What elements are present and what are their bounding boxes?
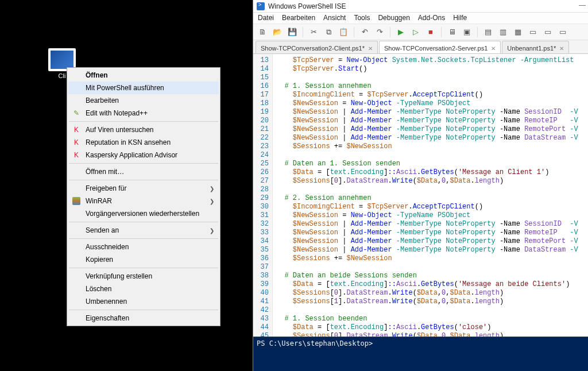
ctx-winrar-label: WinRAR xyxy=(86,197,112,205)
show-command-button[interactable]: ▭ xyxy=(527,26,539,38)
window-title: Windows PowerShell ISE xyxy=(268,2,346,10)
ctx-create-shortcut[interactable]: Verknüpfung erstellen xyxy=(68,270,219,283)
ctx-copy-label: Kopieren xyxy=(86,256,113,264)
ctx-separator xyxy=(69,310,218,310)
toolbar-separator xyxy=(303,27,303,37)
ctx-ksn-reputation[interactable]: KReputation in KSN ansehen xyxy=(68,136,219,149)
ctx-npp-label: Edit with Notepad++ xyxy=(86,109,148,117)
powershell-button[interactable]: ▣ xyxy=(461,26,473,38)
ctx-shortcut-label: Verknüpfung erstellen xyxy=(86,272,152,280)
titlebar[interactable]: Windows PowerShell ISE — xyxy=(253,0,588,13)
show-command-button[interactable]: ▭ xyxy=(542,26,554,38)
ctx-scan-virus[interactable]: KAuf Viren untersuchen xyxy=(68,123,219,136)
new-remote-button[interactable]: 🖥 xyxy=(446,26,458,38)
toolbar: 🗎 📂 💾 ✂ ⧉ 📋 ↶ ↷ ▶ ▷ ■ 🖥 ▣ ▤ ▥ ▦ ▭ ▭ ▭ xyxy=(253,24,588,40)
ctx-open-label: Öffnen xyxy=(86,71,108,79)
minimize-button[interactable]: — xyxy=(579,1,586,9)
ctx-edit[interactable]: Bearbeiten xyxy=(68,94,219,107)
run-selection-button[interactable]: ▷ xyxy=(410,26,421,38)
ctx-rename[interactable]: Umbenennen xyxy=(68,295,219,308)
console-pane[interactable]: PS C:\Users\stephan\Desktop> xyxy=(253,337,588,369)
ctx-properties-label: Eigenschaften xyxy=(86,314,129,322)
tab-client[interactable]: Show-TCPConversation2-Client.ps1*✕ xyxy=(256,41,378,53)
ctx-virus-label: Auf Viren untersuchen xyxy=(86,126,154,134)
code-area[interactable]: $TcpServer = New-Object System.Net.Socke… xyxy=(273,54,588,337)
cut-button[interactable]: ✂ xyxy=(308,26,319,38)
ctx-restore-label: Vorgängerversionen wiederherstellen xyxy=(86,210,199,218)
kaspersky-icon: K xyxy=(72,138,81,147)
tab-untitled[interactable]: Unbenannt1.ps1*✕ xyxy=(502,41,569,53)
ctx-share[interactable]: Freigeben für❯ xyxy=(68,182,219,195)
ctx-separator xyxy=(69,180,218,180)
undo-button[interactable]: ↶ xyxy=(359,26,370,38)
ctx-separator xyxy=(69,268,218,268)
ctx-kaspersky-advisor[interactable]: KKaspersky Application Advisor xyxy=(68,149,219,161)
ctx-send-to[interactable]: Senden an❯ xyxy=(68,224,219,237)
menu-debug[interactable]: Debuggen xyxy=(378,14,409,22)
close-tab-icon[interactable]: ✕ xyxy=(368,45,373,52)
ctx-properties[interactable]: Eigenschaften xyxy=(68,312,219,324)
copy-button[interactable]: ⧉ xyxy=(323,26,334,38)
ctx-copy[interactable]: Kopieren xyxy=(68,253,219,266)
tab-label: Show-TCPConversation2-Client.ps1* xyxy=(261,45,365,52)
submenu-arrow-icon: ❯ xyxy=(210,227,214,234)
toolbar-separator xyxy=(441,27,442,37)
toolbar-separator xyxy=(354,27,354,37)
ctx-restore-previous[interactable]: Vorgängerversionen wiederherstellen xyxy=(68,207,219,220)
ctx-cut-label: Ausschneiden xyxy=(86,243,129,251)
stop-button[interactable]: ■ xyxy=(425,26,436,38)
layout-button[interactable]: ▦ xyxy=(512,26,524,38)
menu-help[interactable]: Hilfe xyxy=(453,14,467,22)
winrar-icon xyxy=(72,196,81,206)
open-file-button[interactable]: 📂 xyxy=(272,26,283,38)
ctx-delete[interactable]: Löschen xyxy=(68,283,219,295)
code-editor[interactable]: 13 14 15 16 17 18 19 20 21 22 23 24 25 2… xyxy=(253,54,588,337)
paste-button[interactable]: 📋 xyxy=(338,26,349,38)
close-tab-icon[interactable]: ✕ xyxy=(491,45,496,52)
context-menu: Öffnen Mit PowerShell ausführen Bearbeit… xyxy=(67,67,220,326)
menu-tools[interactable]: Tools xyxy=(354,14,370,22)
save-button[interactable]: 💾 xyxy=(287,26,298,38)
powershell-icon xyxy=(257,2,265,10)
ctx-share-label: Freigeben für xyxy=(86,184,126,192)
notepadpp-icon: ✎ xyxy=(72,109,81,118)
kaspersky-icon: K xyxy=(72,125,81,134)
ctx-edit-label: Bearbeiten xyxy=(86,96,119,105)
tab-label: Unbenannt1.ps1* xyxy=(507,45,556,52)
ctx-rename-label: Umbenennen xyxy=(86,297,127,306)
layout-button[interactable]: ▥ xyxy=(497,26,509,38)
menu-addons[interactable]: Add-Ons xyxy=(418,14,445,22)
ctx-sendto-label: Senden an xyxy=(86,226,119,234)
menu-file[interactable]: Datei xyxy=(258,14,274,22)
toolbar-separator xyxy=(390,27,390,37)
ctx-separator xyxy=(69,222,218,222)
ctx-open[interactable]: Öffnen xyxy=(68,69,219,82)
ctx-cut[interactable]: Ausschneiden xyxy=(68,241,219,253)
editor-tabs: Show-TCPConversation2-Client.ps1*✕ Show-… xyxy=(253,40,588,54)
toolbar-separator xyxy=(477,27,478,37)
ctx-kav-label: Kaspersky Application Advisor xyxy=(86,151,177,159)
ctx-edit-notepadpp[interactable]: ✎Edit with Notepad++ xyxy=(68,107,219,119)
ctx-delete-label: Löschen xyxy=(86,285,111,293)
new-file-button[interactable]: 🗎 xyxy=(257,26,268,38)
ctx-winrar[interactable]: WinRAR❯ xyxy=(68,195,219,207)
layout-button[interactable]: ▤ xyxy=(482,26,494,38)
status-bar xyxy=(253,369,588,371)
menubar: Datei Bearbeiten Ansicht Tools Debuggen … xyxy=(253,13,588,24)
ctx-run-ps-label: Mit PowerShell ausführen xyxy=(86,84,164,92)
run-button[interactable]: ▶ xyxy=(395,26,407,38)
powershell-ise-window: Windows PowerShell ISE — Datei Bearbeite… xyxy=(253,0,588,371)
show-command-button[interactable]: ▭ xyxy=(557,26,568,38)
ctx-open-with[interactable]: Öffnen mit… xyxy=(68,165,219,178)
menu-edit[interactable]: Bearbeiten xyxy=(282,14,315,22)
ctx-openwith-label: Öffnen mit… xyxy=(86,168,124,176)
kaspersky-icon: K xyxy=(72,150,81,160)
submenu-arrow-icon: ❯ xyxy=(210,198,214,204)
redo-button[interactable]: ↷ xyxy=(374,26,385,38)
ctx-separator xyxy=(69,163,218,164)
tab-server[interactable]: Show-TCPConversation2-Server.ps1✕ xyxy=(379,41,501,53)
ctx-separator xyxy=(69,238,218,239)
menu-view[interactable]: Ansicht xyxy=(323,14,346,22)
ctx-run-powershell[interactable]: Mit PowerShell ausführen xyxy=(68,82,219,94)
close-tab-icon[interactable]: ✕ xyxy=(559,45,564,52)
